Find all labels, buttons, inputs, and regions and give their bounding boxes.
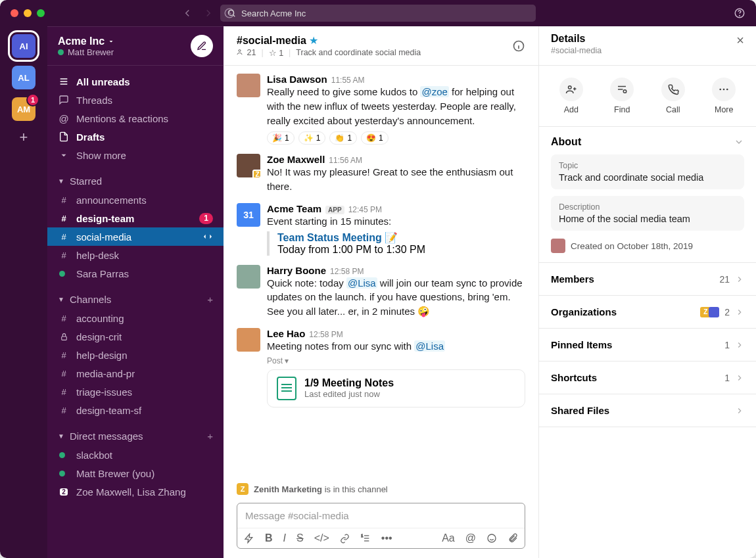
channel-media-and-pr[interactable]: #media-and-pr bbox=[47, 364, 224, 383]
channel-help-design[interactable]: #help-design bbox=[47, 346, 224, 364]
text-format-button[interactable]: Aa bbox=[442, 532, 455, 544]
channel-accounting[interactable]: #accounting bbox=[47, 309, 224, 327]
nav-show-more[interactable]: Show more bbox=[47, 146, 224, 164]
channel-social-media[interactable]: #social-media bbox=[47, 227, 224, 246]
channel-slackbot[interactable]: slackbot bbox=[47, 446, 224, 464]
italic-button[interactable]: I bbox=[283, 532, 286, 544]
user-avatar[interactable] bbox=[237, 265, 260, 289]
channel-label: design-crit bbox=[76, 331, 122, 342]
channel-matt-brewer-you-[interactable]: Matt Brewer (you) bbox=[47, 464, 224, 482]
workspace-switcher[interactable]: Acme Inc bbox=[58, 35, 115, 47]
shortcuts-icon[interactable] bbox=[244, 533, 254, 544]
details-row-pinned-items[interactable]: Pinned Items1 bbox=[539, 329, 756, 361]
row-value: 21 bbox=[719, 274, 730, 285]
pin-count[interactable]: ☆ 1 bbox=[269, 48, 283, 58]
nav-all-unreads[interactable]: All unreads bbox=[47, 72, 224, 91]
message-author[interactable]: Acme Team bbox=[267, 203, 321, 214]
close-details-button[interactable]: × bbox=[736, 33, 744, 48]
user-avatar[interactable]: Z bbox=[237, 154, 260, 177]
channel-help-desk[interactable]: #help-desk bbox=[47, 246, 224, 264]
message-timestamp[interactable]: 12:58 PM bbox=[330, 267, 364, 276]
message-author[interactable]: Zoe Maxwell bbox=[267, 154, 325, 165]
channel-sara-parras[interactable]: Sara Parras bbox=[47, 264, 224, 283]
back-button[interactable] bbox=[181, 7, 193, 19]
message-composer[interactable]: Message #social-media B I S </> 1 ••• Aa… bbox=[237, 503, 525, 549]
link-button[interactable] bbox=[340, 534, 350, 544]
nav-threads[interactable]: Threads bbox=[47, 91, 224, 109]
details-action-call[interactable]: Call bbox=[661, 78, 685, 114]
add-button[interactable]: + bbox=[207, 430, 213, 442]
star-icon[interactable]: ★ bbox=[309, 35, 318, 46]
close-window[interactable] bbox=[11, 9, 18, 17]
section-direct-messages[interactable]: ▼Direct messages+ bbox=[47, 426, 224, 446]
bold-button[interactable]: B bbox=[265, 532, 273, 544]
user-avatar[interactable] bbox=[237, 328, 260, 352]
message-author[interactable]: Lee Hao bbox=[267, 328, 305, 339]
add-button[interactable]: + bbox=[207, 294, 213, 305]
details-row-organizations[interactable]: OrganizationsZ2 bbox=[539, 296, 756, 329]
channel-title[interactable]: #social-media ★ bbox=[237, 34, 421, 47]
document-card[interactable]: 1/9 Meeting NotesLast edited just now bbox=[267, 369, 525, 407]
svg-point-1 bbox=[228, 10, 233, 15]
description-box[interactable]: Description Home of the social media tea… bbox=[551, 196, 744, 231]
details-action-add[interactable]: Add bbox=[559, 78, 583, 114]
event-attachment[interactable]: Team Status Meeting 📝Today from 1:00 PM … bbox=[267, 231, 525, 256]
code-button[interactable]: </> bbox=[314, 532, 329, 544]
list-button[interactable]: 1 bbox=[360, 533, 371, 544]
channel-design-team-sf[interactable]: #design-team-sf bbox=[47, 401, 224, 419]
mention[interactable]: @zoe bbox=[420, 86, 448, 97]
message-timestamp[interactable]: 12:45 PM bbox=[348, 205, 382, 214]
details-action-more[interactable]: More bbox=[712, 78, 736, 114]
reaction[interactable]: 👏 1 bbox=[329, 131, 357, 145]
channel-triage-issues[interactable]: #triage-issues bbox=[47, 383, 224, 401]
mention[interactable]: @Lisa bbox=[346, 277, 377, 289]
compose-button[interactable] bbox=[191, 35, 213, 57]
current-user[interactable]: Matt Brewer bbox=[58, 47, 115, 57]
channel-label: media-and-pr bbox=[76, 368, 135, 379]
reaction[interactable]: 🎉 1 bbox=[267, 131, 295, 145]
workspace-acme-inc[interactable]: AI bbox=[12, 34, 35, 58]
strike-button[interactable]: S bbox=[296, 532, 304, 544]
message-timestamp[interactable]: 12:58 PM bbox=[309, 330, 343, 339]
minimize-window[interactable] bbox=[24, 9, 32, 17]
nav-mentions-reactions[interactable]: @Mentions & reactions bbox=[47, 109, 224, 128]
mention-button[interactable]: @ bbox=[465, 532, 476, 544]
message-author[interactable]: Harry Boone bbox=[267, 265, 326, 276]
workspace-2[interactable]: AL bbox=[12, 66, 35, 89]
channel-info-button[interactable] bbox=[512, 39, 525, 53]
details-row-shared-files[interactable]: Shared Files bbox=[539, 394, 756, 427]
channel-announcements[interactable]: #announcements bbox=[47, 191, 224, 209]
attach-button[interactable] bbox=[508, 533, 518, 544]
mention[interactable]: @Lisa bbox=[414, 340, 445, 352]
channel-subheader: 21 | ☆ 1 | Track and coordinate social m… bbox=[237, 48, 421, 58]
details-action-find[interactable]: Find bbox=[610, 78, 634, 114]
collapse-about-button[interactable] bbox=[734, 137, 744, 147]
composer-input[interactable]: Message #social-media bbox=[237, 503, 525, 528]
search-input[interactable]: Search Acme Inc bbox=[220, 5, 536, 22]
more-formatting-button[interactable]: ••• bbox=[381, 532, 392, 544]
maximize-window[interactable] bbox=[37, 9, 45, 17]
nav-drafts[interactable]: Drafts bbox=[47, 128, 224, 146]
workspace-3[interactable]: AM1 bbox=[12, 97, 35, 121]
reaction[interactable]: ✨ 1 bbox=[298, 131, 326, 145]
message-author[interactable]: Lisa Dawson bbox=[267, 74, 327, 85]
forward-button[interactable] bbox=[202, 7, 214, 19]
channel-zoe-maxwell-lisa-zhang[interactable]: 2Zoe Maxwell, Lisa Zhang bbox=[47, 482, 224, 501]
user-avatar[interactable] bbox=[237, 74, 260, 97]
topic-box[interactable]: Topic Track and coordinate social media bbox=[551, 154, 744, 189]
member-count[interactable]: 21 bbox=[237, 48, 256, 57]
post-label[interactable]: Post ▾ bbox=[267, 356, 525, 365]
message-timestamp[interactable]: 11:56 AM bbox=[329, 156, 362, 165]
section-starred[interactable]: ▼Starred bbox=[47, 171, 224, 191]
emoji-button[interactable] bbox=[486, 533, 497, 544]
details-row-members[interactable]: Members21 bbox=[539, 263, 756, 296]
message-timestamp[interactable]: 11:55 AM bbox=[331, 76, 365, 85]
help-button[interactable] bbox=[734, 7, 745, 19]
channel-topic[interactable]: Track and coordinate social media bbox=[296, 48, 421, 57]
channel-design-team[interactable]: #design-team1 bbox=[47, 209, 224, 227]
section-channels[interactable]: ▼Channels+ bbox=[47, 289, 224, 309]
details-row-shortcuts[interactable]: Shortcuts1 bbox=[539, 361, 756, 394]
channel-design-crit[interactable]: design-crit bbox=[47, 327, 224, 346]
reaction[interactable]: 😍 1 bbox=[361, 131, 389, 145]
add-workspace-button[interactable]: + bbox=[20, 129, 28, 146]
